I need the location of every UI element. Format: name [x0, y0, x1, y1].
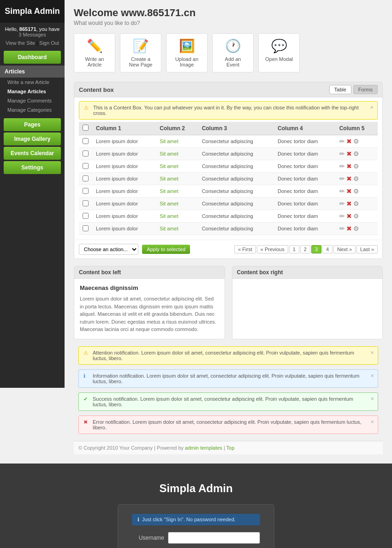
dashboard-btn[interactable]: Dashboard [4, 51, 61, 64]
footer-top-link[interactable]: Top [226, 445, 235, 451]
delete-icon-6[interactable]: ✖ [346, 212, 352, 220]
edit-icon-6[interactable]: ✏ [339, 212, 345, 220]
page-last[interactable]: Last » [356, 245, 378, 253]
settings-icon-6[interactable]: ⚙ [353, 212, 359, 220]
row-checkbox-2[interactable] [83, 163, 89, 169]
col-box-left-content: Maecenas dignissim Lorem ipsum dolor sit… [74, 279, 225, 339]
row-checkbox-5[interactable] [83, 200, 89, 206]
settings-icon-0[interactable]: ⚙ [353, 138, 359, 145]
quick-action-add-event[interactable]: 🕐 Add an Event [212, 33, 254, 72]
tab-table[interactable]: Table [329, 85, 351, 94]
settings-icon-1[interactable]: ⚙ [353, 150, 359, 157]
page-next[interactable]: Next » [333, 245, 356, 253]
quick-action-write-article[interactable]: ✏️ Write an Article [74, 33, 115, 72]
info-notification-close[interactable]: × [370, 372, 374, 379]
page-3[interactable]: 3 [311, 245, 321, 253]
col-box-right: Content box right [232, 266, 383, 339]
edit-icon-4[interactable]: ✏ [339, 187, 345, 195]
select-all-checkbox[interactable] [83, 125, 89, 131]
settings-icon-3[interactable]: ⚙ [353, 175, 359, 182]
delete-icon-5[interactable]: ✖ [346, 200, 352, 207]
quick-action-open-modal[interactable]: 💬 Open Modal [258, 33, 300, 72]
edit-icon-3[interactable]: ✏ [339, 175, 345, 182]
username: 865171 [19, 26, 36, 32]
table-row: Lorem ipsum dolor Sit amet Consectetur a… [79, 223, 378, 235]
footer-admin-link[interactable]: admin templates [185, 445, 222, 451]
page-title: Welcome www.865171.cn [74, 7, 383, 19]
row-col2-1[interactable]: Sit amet [156, 148, 198, 160]
username-input[interactable] [168, 532, 260, 544]
row-checkbox-6[interactable] [83, 213, 89, 219]
delete-icon-2[interactable]: ✖ [346, 163, 352, 170]
page-1[interactable]: 1 [289, 245, 299, 253]
edit-icon-0[interactable]: ✏ [339, 138, 345, 145]
row-checkbox-4[interactable] [83, 188, 89, 194]
action-select[interactable]: Choose an action... [79, 244, 138, 255]
edit-icon-1[interactable]: ✏ [339, 150, 345, 157]
main-content: Welcome www.865171.cn What would you lik… [65, 0, 392, 464]
login-hint-text: Just click "Sign In". No password needed… [142, 517, 236, 522]
page-prev[interactable]: « Previous [257, 245, 288, 253]
row-checkbox-3[interactable] [83, 175, 89, 181]
col-header-2: Column 2 [156, 122, 198, 135]
image-gallery-btn[interactable]: Image Gallery [4, 132, 61, 145]
page-subtitle: What would you like to do? [74, 20, 383, 26]
tab-forms[interactable]: Forms [353, 85, 378, 94]
row-checkbox-7[interactable] [83, 225, 89, 231]
delete-icon-3[interactable]: ✖ [346, 175, 352, 182]
row-col2-5[interactable]: Sit amet [156, 198, 198, 210]
sidebar-item-manage-articles[interactable]: Manage Articles [0, 87, 65, 96]
sidebar-item-write-article[interactable]: Write a new Article [0, 78, 65, 87]
pagination: « First « Previous 1 2 3 4 Next » Last » [234, 245, 378, 253]
delete-icon-4[interactable]: ✖ [346, 187, 352, 195]
delete-icon-1[interactable]: ✖ [346, 150, 352, 157]
row-col1-7: Lorem ipsum dolor [92, 223, 156, 235]
admin-body: Simpla Admin Hello, 865171, you have 3 M… [0, 0, 392, 464]
page-4[interactable]: 4 [322, 245, 333, 253]
sidebar-item-manage-categories[interactable]: Manage Categories [0, 105, 65, 114]
attention-notification-close[interactable]: × [370, 349, 374, 356]
edit-icon-2[interactable]: ✏ [339, 163, 345, 170]
row-checkbox-0[interactable] [83, 138, 89, 144]
apply-button[interactable]: Apply to selected [142, 245, 190, 254]
delete-icon-0[interactable]: ✖ [346, 138, 352, 145]
error-icon: ✖ [83, 419, 88, 425]
row-checkbox-1[interactable] [83, 151, 89, 157]
col-header-1: Column 1 [92, 122, 156, 135]
settings-icon-5[interactable]: ⚙ [353, 200, 359, 207]
sidebar-item-manage-comments[interactable]: Manage Comments [0, 96, 65, 105]
pages-btn[interactable]: Pages [4, 118, 61, 131]
view-site-link[interactable]: View the Site [6, 40, 35, 46]
quick-action-new-page[interactable]: 📝 Create a New Page [120, 33, 161, 72]
add-event-label: Add an Event [225, 56, 241, 67]
success-notification-close[interactable]: × [370, 395, 374, 402]
settings-icon-4[interactable]: ⚙ [353, 187, 359, 195]
row-actions-4: ✏ ✖ ⚙ [336, 185, 378, 198]
sidebar-section-articles[interactable]: Articles [0, 66, 65, 78]
row-col3-7: Consectetur adipiscing [198, 223, 274, 235]
row-col2-7[interactable]: Sit amet [156, 223, 198, 235]
row-col2-6[interactable]: Sit amet [156, 210, 198, 223]
content-box-table: Content box Table Forms ⚠ This is a Cont… [74, 82, 383, 259]
sign-out-link[interactable]: Sign Out [39, 40, 59, 46]
edit-icon-5[interactable]: ✏ [339, 200, 345, 207]
row-col3-5: Consectetur adipiscing [198, 198, 274, 210]
error-notification-close[interactable]: × [370, 418, 374, 425]
events-calendar-btn[interactable]: Events Calendar [4, 147, 61, 160]
warning-icon: ⚠ [84, 105, 89, 111]
page-first[interactable]: « First [234, 245, 256, 253]
row-col2-4[interactable]: Sit amet [156, 185, 198, 198]
row-col4-2: Donec tortor diam [274, 160, 336, 173]
settings-btn[interactable]: Settings [4, 161, 61, 174]
quick-action-upload-image[interactable]: 🖼️ Upload an Image [166, 33, 208, 72]
page-2[interactable]: 2 [300, 245, 310, 253]
row-col2-0[interactable]: Sit amet [156, 135, 198, 148]
row-col2-3[interactable]: Sit amet [156, 173, 198, 185]
delete-icon-7[interactable]: ✖ [346, 225, 352, 232]
settings-icon-2[interactable]: ⚙ [353, 163, 359, 170]
messages-link[interactable]: 3 Messages [18, 32, 46, 37]
row-col2-2[interactable]: Sit amet [156, 160, 198, 173]
edit-icon-7[interactable]: ✏ [339, 225, 345, 232]
settings-icon-7[interactable]: ⚙ [353, 225, 359, 232]
table-notification-close[interactable]: × [370, 104, 374, 111]
